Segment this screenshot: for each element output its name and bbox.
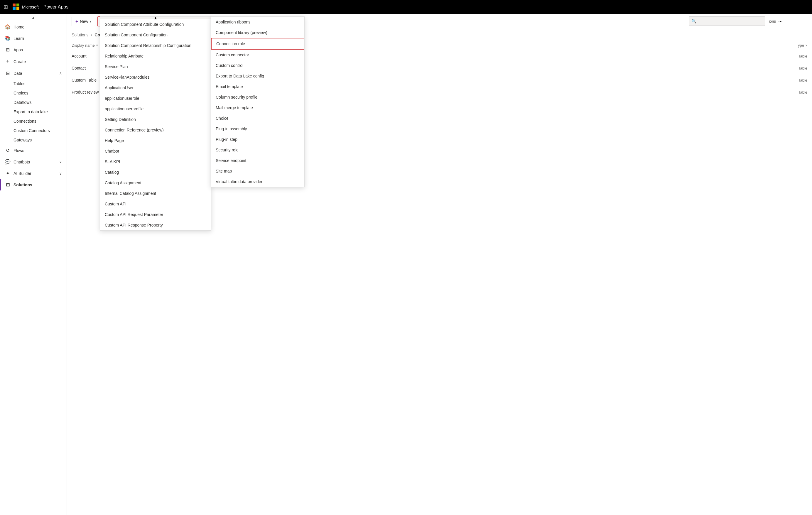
dropdown-item-solution-component-config[interactable]: Solution Component Configuration <box>100 30 211 40</box>
ms-logo-yellow <box>17 7 19 10</box>
ms-logo-green <box>17 3 19 6</box>
dropdown-item-choice[interactable]: Choice <box>211 113 304 123</box>
dropdown-item-plug-in-step[interactable]: Plug-in step <box>211 134 304 145</box>
dropdown-item-applicationuserprofile[interactable]: applicationuserprofile <box>100 104 211 114</box>
dropdown-item-solution-component-attribute-config[interactable]: Solution Component Attribute Configurati… <box>100 19 211 30</box>
topbar: ⊞ Microsoft Power Apps <box>0 0 812 14</box>
dropdown-item-solution-component-relationship-config[interactable]: Solution Component Relationship Configur… <box>100 40 211 51</box>
dropdown-item-catalog[interactable]: Catalog <box>100 167 211 177</box>
dropdown-item-custom-api-response-property[interactable]: Custom API Response Property <box>100 220 211 230</box>
dropdown-item-connection-reference[interactable]: Connection Reference (preview) <box>100 125 211 135</box>
dropdown-item-plug-in-assembly[interactable]: Plug-in assembly <box>211 123 304 134</box>
dropdown-item-custom-control[interactable]: Custom control <box>211 60 304 71</box>
dropdown-item-custom-api[interactable]: Custom API <box>100 199 211 209</box>
microsoft-label: Microsoft <box>22 5 39 9</box>
dropdown-item-column-security-profile[interactable]: Column security profile <box>211 92 304 103</box>
dropdown-item-export-to-data-lake-config[interactable]: Export to Data Lake config <box>211 71 304 81</box>
dropdown-item-virtual-table-data-provider[interactable]: Virtual talbe data provider <box>211 176 304 187</box>
dropdown-item-application-user[interactable]: ApplicationUser <box>100 82 211 93</box>
dropdown-item-service-plan[interactable]: Service Plan <box>100 61 211 72</box>
dropdown-item-component-library[interactable]: Component library (preview) <box>211 27 304 38</box>
dropdown-item-applicationuserrole[interactable]: applicationuserrole <box>100 93 211 104</box>
microsoft-logo: Microsoft <box>12 3 39 10</box>
dropdown-right: Application ribbons Component library (p… <box>211 17 304 187</box>
dropdown-item-help-page[interactable]: Help Page <box>100 135 211 146</box>
dropdown-item-setting-definition[interactable]: Setting Definition <box>100 114 211 125</box>
scroll-up-icon: ▲ <box>153 17 157 20</box>
dropdown-item-custom-connector[interactable]: Custom connector <box>211 50 304 60</box>
ms-logo-blue <box>12 7 16 10</box>
app-name: Power Apps <box>44 4 68 10</box>
dropdown-item-relationship-attribute[interactable]: Relationship Attribute <box>100 51 211 61</box>
dropdown-overlay: ▲ Solution Component Attribute Configura… <box>0 0 812 515</box>
dropdown-item-catalog-assignment[interactable]: Catalog Assignment <box>100 177 211 188</box>
dropdown-item-sla-kpi[interactable]: SLA KPI <box>100 156 211 167</box>
dropdown-item-mail-merge-template[interactable]: Mail merge template <box>211 103 304 113</box>
dropdown-item-service-endpoint[interactable]: Service endpoint <box>211 155 304 166</box>
ms-logo-grid <box>12 3 20 10</box>
dropdown-item-service-plan-app-modules[interactable]: ServicePlanAppModules <box>100 72 211 82</box>
dropdown-item-application-ribbons[interactable]: Application ribbons <box>211 17 304 27</box>
dropdown-item-internal-catalog-assignment[interactable]: Internal Catalog Assignment <box>100 188 211 199</box>
dropdown-item-connection-role[interactable]: Connection role <box>211 38 304 50</box>
dropdown-item-email-template[interactable]: Email template <box>211 81 304 92</box>
scroll-indicator-top[interactable]: ▲ <box>100 17 211 19</box>
dropdown-item-custom-api-request-parameter[interactable]: Custom API Request Parameter <box>100 209 211 220</box>
dropdown-item-site-map[interactable]: Site map <box>211 166 304 176</box>
ms-logo-red <box>12 3 16 6</box>
dropdown-left: ▲ Solution Component Attribute Configura… <box>100 17 211 231</box>
dropdown-item-chatbot[interactable]: Chatbot <box>100 146 211 156</box>
dropdown-item-security-role[interactable]: Security role <box>211 145 304 155</box>
waffle-icon[interactable]: ⊞ <box>3 4 8 10</box>
